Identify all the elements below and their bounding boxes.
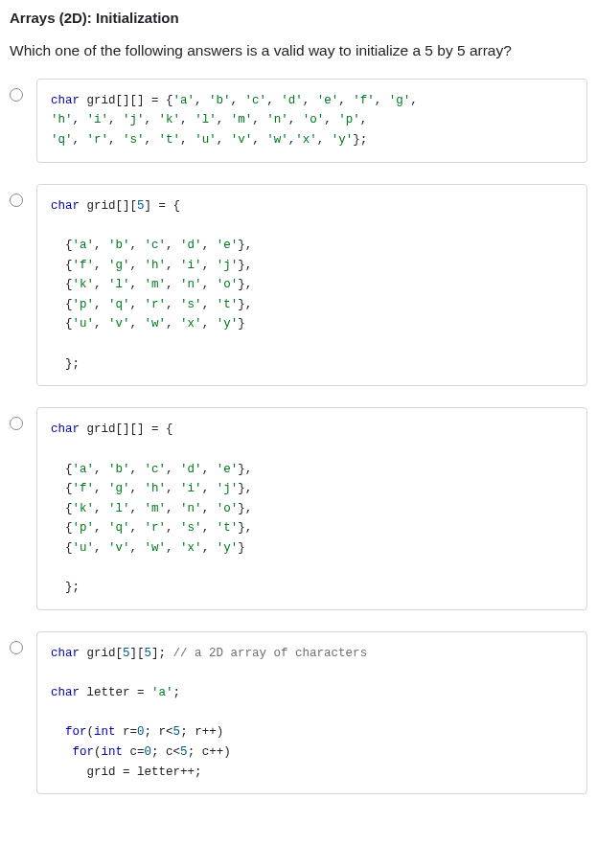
question-text: Which one of the following answers is a … — [10, 39, 587, 61]
radio-option-2[interactable] — [10, 417, 23, 430]
radio-option-0[interactable] — [10, 88, 23, 102]
code-block-3: char grid[5][5]; // a 2D array of charac… — [36, 631, 587, 794]
section-title: Arrays (2D): Initialization — [10, 8, 587, 30]
code-block-2: char grid[][] = { {'a', 'b', 'c', 'd', '… — [36, 407, 587, 610]
option-1: char grid[][5] = { {'a', 'b', 'c', 'd', … — [10, 184, 587, 387]
radio-option-3[interactable] — [10, 641, 23, 654]
radio-option-1[interactable] — [10, 194, 23, 207]
options-list: char grid[][] = {'a', 'b', 'c', 'd', 'e'… — [10, 79, 587, 795]
code-block-0: char grid[][] = {'a', 'b', 'c', 'd', 'e'… — [36, 79, 587, 163]
code-block-1: char grid[][5] = { {'a', 'b', 'c', 'd', … — [36, 184, 587, 387]
option-2: char grid[][] = { {'a', 'b', 'c', 'd', '… — [10, 407, 587, 610]
option-0: char grid[][] = {'a', 'b', 'c', 'd', 'e'… — [10, 79, 587, 163]
option-3: char grid[5][5]; // a 2D array of charac… — [10, 631, 587, 794]
